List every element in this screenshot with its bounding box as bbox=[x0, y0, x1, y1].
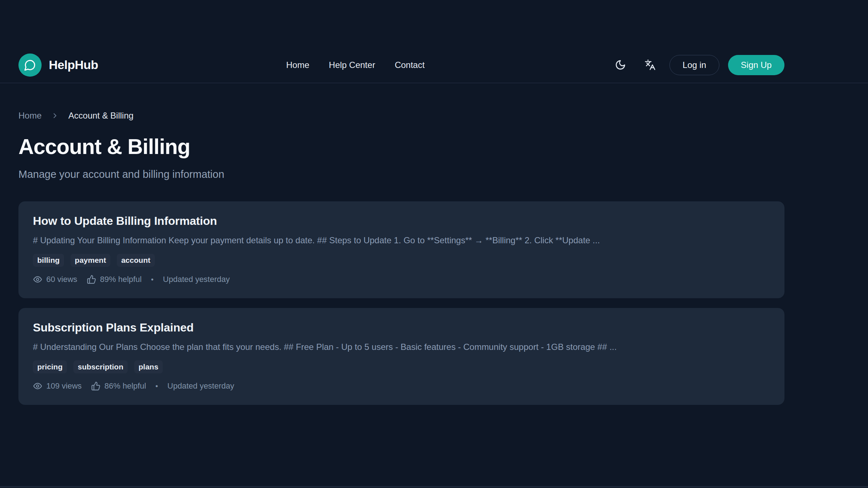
views-count: 60 views bbox=[46, 275, 77, 284]
thumbs-up-icon bbox=[87, 275, 96, 284]
tag-badge: billing bbox=[33, 254, 64, 267]
article-title: How to Update Billing Information bbox=[33, 214, 770, 228]
page-subtitle: Manage your account and billing informat… bbox=[18, 168, 784, 180]
tag-badge: pricing bbox=[33, 360, 67, 373]
tag-badge: payment bbox=[71, 254, 110, 267]
eye-icon bbox=[33, 381, 42, 391]
views-stat: 109 views bbox=[33, 381, 82, 391]
nav-link-home[interactable]: Home bbox=[286, 60, 309, 70]
article-meta: 60 views 89% helpful • Updated yesterday bbox=[33, 275, 770, 284]
article-card[interactable]: Subscription Plans Explained # Understan… bbox=[18, 308, 784, 405]
brand-logo[interactable]: HelpHub bbox=[18, 53, 98, 77]
updated-text: Updated yesterday bbox=[167, 381, 234, 391]
helpful-stat: 89% helpful bbox=[87, 275, 142, 284]
helpful-percent: 86% helpful bbox=[105, 381, 146, 391]
meta-separator: • bbox=[156, 382, 158, 390]
tag-badge: account bbox=[117, 254, 155, 267]
eye-icon bbox=[33, 275, 42, 284]
updated-text: Updated yesterday bbox=[163, 275, 230, 284]
tag-row: billing payment account bbox=[33, 254, 770, 267]
page-title: Account & Billing bbox=[18, 134, 784, 159]
tag-badge: plans bbox=[134, 360, 163, 373]
views-count: 109 views bbox=[46, 381, 82, 391]
nav-link-contact[interactable]: Contact bbox=[395, 60, 425, 70]
theme-toggle-button[interactable] bbox=[612, 57, 628, 73]
navbar: HelpHub Home Help Center Contact Log in … bbox=[0, 0, 868, 83]
moon-icon bbox=[615, 59, 626, 70]
footer-edge bbox=[0, 486, 868, 488]
views-stat: 60 views bbox=[33, 275, 77, 284]
category-page: Home Account & Billing Account & Billing… bbox=[0, 111, 784, 405]
thumbs-up-icon bbox=[91, 381, 101, 391]
article-meta: 109 views 86% helpful • Updated yesterda… bbox=[33, 381, 770, 391]
article-list: How to Update Billing Information # Upda… bbox=[18, 201, 784, 405]
login-button[interactable]: Log in bbox=[669, 55, 719, 75]
tag-badge: subscription bbox=[73, 360, 128, 373]
tag-row: pricing subscription plans bbox=[33, 360, 770, 373]
article-preview: # Updating Your Billing Information Keep… bbox=[33, 235, 770, 245]
nav-link-help-center[interactable]: Help Center bbox=[329, 60, 375, 70]
breadcrumb-home-link[interactable]: Home bbox=[18, 111, 42, 121]
nav-actions: Log in Sign Up bbox=[612, 55, 784, 75]
languages-icon bbox=[644, 59, 656, 70]
article-card[interactable]: How to Update Billing Information # Upda… bbox=[18, 201, 784, 298]
breadcrumb: Home Account & Billing bbox=[18, 111, 784, 121]
article-title: Subscription Plans Explained bbox=[33, 321, 770, 334]
nav-links: Home Help Center Contact bbox=[286, 60, 425, 70]
helpful-percent: 89% helpful bbox=[100, 275, 142, 284]
helpful-stat: 86% helpful bbox=[91, 381, 146, 391]
speech-bubble-icon bbox=[18, 53, 42, 77]
signup-button[interactable]: Sign Up bbox=[728, 55, 784, 75]
brand-name: HelpHub bbox=[49, 58, 98, 72]
article-preview: # Understanding Our Plans Choose the pla… bbox=[33, 342, 770, 352]
language-button[interactable] bbox=[642, 57, 658, 73]
chevron-right-icon bbox=[51, 112, 59, 120]
breadcrumb-current: Account & Billing bbox=[68, 111, 133, 121]
meta-separator: • bbox=[151, 275, 154, 284]
